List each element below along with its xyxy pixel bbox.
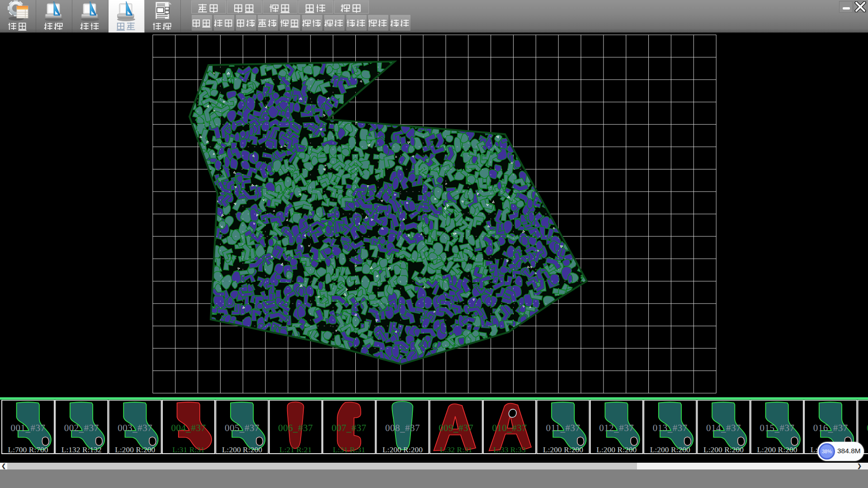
svg-text:004_#37: 004_#37	[171, 422, 206, 433]
svg-text:L:700 R:700: L:700 R:700	[8, 445, 48, 454]
svg-text:L:31 R:31: L:31 R:31	[333, 445, 365, 454]
svg-text:016_#37: 016_#37	[813, 422, 848, 433]
svg-text:001_#37: 001_#37	[11, 422, 46, 433]
svg-text:L:132 R:132: L:132 R:132	[61, 445, 102, 454]
svg-text:015_#37: 015_#37	[760, 422, 794, 433]
svg-text:L:200 R:200: L:200 R:200	[543, 445, 583, 454]
svg-text:014_#37: 014_#37	[706, 422, 741, 433]
svg-text:L:200 R:200: L:200 R:200	[650, 445, 690, 454]
svg-text:003_#37: 003_#37	[118, 422, 152, 433]
svg-text:005_#37: 005_#37	[225, 422, 259, 433]
svg-text:L:200 R:200: L:200 R:200	[222, 445, 262, 454]
svg-text:012_#37: 012_#37	[599, 422, 634, 433]
svg-text:013_#37: 013_#37	[653, 422, 688, 433]
svg-text:011_#37: 011_#37	[546, 422, 580, 433]
svg-text:008_#37: 008_#37	[385, 422, 420, 433]
svg-text:L:200 R:200: L:200 R:200	[757, 445, 797, 454]
svg-text:L:200 R:200: L:200 R:200	[703, 445, 744, 454]
svg-text:L:31 R:31: L:31 R:31	[172, 445, 204, 454]
svg-text:L:200 R:200: L:200 R:200	[382, 445, 423, 454]
svg-text:L:200 R:200: L:200 R:200	[596, 445, 637, 454]
svg-text:L:32 R:31: L:32 R:31	[440, 445, 472, 454]
svg-text:002_#37: 002_#37	[64, 422, 99, 433]
svg-text:L:200 R:200: L:200 R:200	[115, 445, 155, 454]
svg-text:L:33 R:33: L:33 R:33	[493, 445, 526, 454]
svg-text:L:21 R:21: L:21 R:21	[279, 445, 311, 454]
svg-text:010_#37: 010_#37	[492, 422, 527, 433]
svg-text:009_#37: 009_#37	[439, 422, 473, 433]
svg-text:006_#37: 006_#37	[278, 422, 313, 433]
svg-text:007_#37: 007_#37	[332, 422, 367, 433]
